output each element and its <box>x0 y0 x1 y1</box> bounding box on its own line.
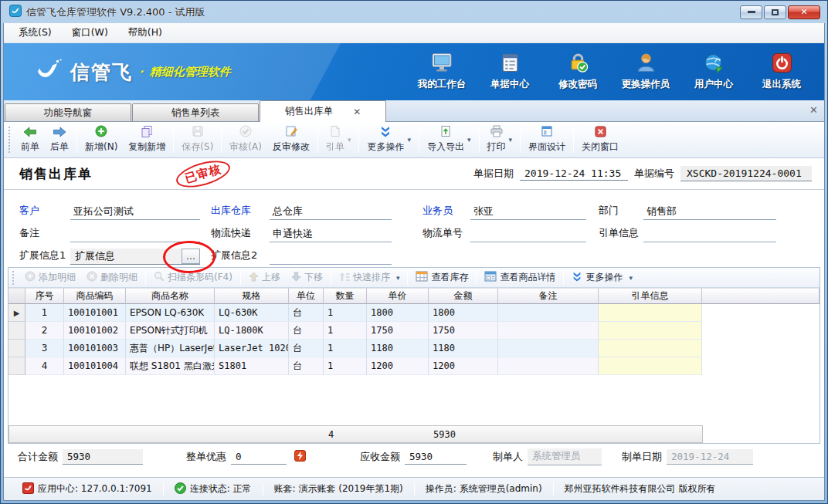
field-input-扩展信息1[interactable]: 扩展信息… <box>70 249 200 265</box>
toolbar-button-更多操作[interactable]: 更多操作▾ <box>361 124 416 156</box>
toolbar-button-label: 反审修改 <box>273 140 310 154</box>
grid-header-数量[interactable]: 数量 <box>324 288 367 304</box>
toolbar-separator <box>331 271 331 285</box>
cell-单价: 1800 <box>367 304 429 322</box>
field-input-扩展信息2[interactable] <box>270 249 392 265</box>
main-toolbar: 前单后单新增(N)复制新增保存(S)审核(A)反审修改引单▾更多操作▾导入导出▾… <box>4 122 824 158</box>
grid-header-商品编码[interactable]: 商品编码 <box>64 288 126 304</box>
toolbar-button-关闭窗口[interactable]: 关闭窗口 <box>576 124 624 156</box>
toolbar-button-查看商品详情[interactable]: 查看商品详情 <box>479 269 561 286</box>
toolbar-button-新增(N)[interactable]: 新增(N) <box>80 124 123 156</box>
grid-empty-area <box>8 375 820 425</box>
detail-panel: 添加明细删除明细扫描条形码(F4)上移下移快速排序▾查看库存查看商品详情更多操作… <box>8 267 820 444</box>
toolbar-button-label: 关闭窗口 <box>582 140 619 154</box>
grid-header-单价[interactable]: 单价 <box>367 288 429 304</box>
view-stock-icon <box>416 271 428 284</box>
banner-action-退出系统[interactable]: 退出系统 <box>750 49 813 94</box>
tab-销售单列表[interactable]: 销售单列表 <box>132 103 259 121</box>
toolbar-button-查看库存[interactable]: 查看库存 <box>410 269 473 286</box>
field-input-物流单号[interactable] <box>470 226 586 242</box>
toolbar-button-label: 打印 <box>487 140 506 154</box>
doc-date-field[interactable]: 2019-12-24 11:35 <box>520 167 628 181</box>
row-selector-cell <box>8 340 25 357</box>
table-row[interactable]: 3100101003惠普（HP）LaserJetLaserJet 1020台11… <box>8 340 820 357</box>
tab-销售出库单[interactable]: 销售出库单✕ <box>260 100 386 122</box>
toolbar-button-label: 复制新增 <box>128 140 165 154</box>
dropdown-caret-icon[interactable]: ▾ <box>348 136 351 144</box>
toolbar-button-界面设计[interactable]: 界面设计 <box>523 124 571 156</box>
menu-item-2[interactable]: 帮助(H) <box>120 24 171 42</box>
detail-toolbar-grip[interactable] <box>12 271 15 285</box>
toolbar-button-后单[interactable]: 后单 <box>45 124 74 156</box>
banner-action-修改密码[interactable]: 修改密码 <box>546 49 609 94</box>
table-row[interactable]: 4100101004联想 S1801 黑白激光S1801台112001200 <box>8 357 820 375</box>
minimize-button[interactable] <box>740 5 762 19</box>
ui-design-icon <box>541 125 553 140</box>
banner-action-我的工作台[interactable]: 我的工作台 <box>410 49 473 94</box>
field-input-出库仓库[interactable]: 总仓库 <box>270 204 392 220</box>
row-selector-cell <box>8 322 25 340</box>
restore-button[interactable] <box>764 5 786 19</box>
tab-close-icon[interactable]: ✕ <box>353 107 361 117</box>
cell-数量: 1 <box>324 322 367 340</box>
field-input-客户[interactable]: 亚拓公司测试 <box>70 204 200 220</box>
table-row[interactable]: 2100101002EPSON针式打印机LQ-1800K台117501750 <box>8 322 820 340</box>
footer-input-应收金额[interactable]: 5930 <box>405 449 467 465</box>
dropdown-caret-icon[interactable]: ▾ <box>407 136 411 144</box>
grid-header: 序号商品编码商品名称规格单位数量单价金额备注引单信息 <box>8 288 820 304</box>
cell-序号: 4 <box>25 357 64 375</box>
toolbar-button-前单[interactable]: 前单 <box>15 124 45 156</box>
toolbar-button-复制新增[interactable]: 复制新增 <box>123 124 171 156</box>
toolbar-button-反审修改[interactable]: 反审修改 <box>267 124 315 156</box>
ext-info1-ellipsis-button[interactable]: … <box>182 249 200 264</box>
dropdown-caret-icon[interactable]: ▾ <box>509 136 513 144</box>
discount-icon[interactable] <box>294 450 306 465</box>
banner-action-label: 单据中心 <box>490 78 529 91</box>
form-row-2: 扩展信息1扩展信息…扩展信息2 <box>19 242 824 265</box>
grid-summary-row: 45930 <box>8 425 703 443</box>
field-label-出库仓库: 出库仓库 <box>211 204 270 220</box>
dropdown-caret-icon[interactable]: ▾ <box>629 274 633 282</box>
toolbar-button-label: 扫描条形码(F4) <box>168 271 232 284</box>
cell-金额: 1200 <box>429 357 498 375</box>
brand-dot: · <box>139 65 144 79</box>
field-input-引单信息[interactable] <box>643 226 776 242</box>
footer-input-合计金额[interactable]: 5930 <box>63 449 143 465</box>
field-input-部门[interactable]: 销售部 <box>643 204 776 220</box>
banner-action-用户中心[interactable]: 用户中心 <box>682 49 745 94</box>
toolbar-button-label: 删除明细 <box>100 271 137 284</box>
field-input-业务员[interactable]: 张亚 <box>470 204 586 220</box>
grid-header-商品名称[interactable]: 商品名称 <box>126 288 215 304</box>
cell-序号: 2 <box>25 322 64 340</box>
table-row[interactable]: ▶1100101001EPSON LQ-630KLQ-630K台11800180… <box>8 304 820 322</box>
field-input-物流快递[interactable]: 申通快递 <box>270 226 392 242</box>
tabstrip-close-icon[interactable]: ✕ <box>809 104 818 116</box>
close-button[interactable]: ✕ <box>788 5 820 19</box>
field-label-物流单号: 物流单号 <box>422 226 470 242</box>
tab-功能导航窗[interactable]: 功能导航窗 <box>5 103 131 121</box>
dropdown-caret-icon[interactable]: ▾ <box>396 274 400 282</box>
grid-header-序号[interactable]: 序号 <box>25 288 64 304</box>
toolbar-grip[interactable] <box>8 127 12 153</box>
banner-action-单据中心[interactable]: 单据中心 <box>478 49 541 94</box>
footer-input-整单优惠[interactable]: 0 <box>231 449 287 465</box>
toolbar-button-导入导出[interactable]: 导入导出▾ <box>422 124 477 156</box>
field-label-引单信息: 引单信息 <box>599 226 643 242</box>
menu-item-0[interactable]: 系统(S) <box>10 24 60 42</box>
dropdown-caret-icon[interactable]: ▾ <box>467 136 471 144</box>
cell-引单信息 <box>599 322 702 340</box>
toolbar-button-打印[interactable]: 打印▾ <box>482 124 518 156</box>
form-row-1: 备注物流快递申通快递物流单号引单信息 <box>19 220 824 242</box>
toolbar-button-更多操作[interactable]: 更多操作▾ <box>566 269 638 286</box>
cell-规格: S1801 <box>215 357 289 375</box>
grid-header-金额[interactable]: 金额 <box>429 288 498 304</box>
toolbar-separator <box>520 127 521 153</box>
grid-header-备注[interactable]: 备注 <box>498 288 599 304</box>
grid-header-规格[interactable]: 规格 <box>215 288 289 304</box>
banner-action-更换操作员[interactable]: 更换操作员 <box>614 49 677 94</box>
field-input-备注[interactable] <box>70 226 200 242</box>
cell-数量: 1 <box>324 340 367 357</box>
grid-header-单位[interactable]: 单位 <box>289 288 324 304</box>
menu-item-1[interactable]: 窗口(W) <box>63 24 117 42</box>
grid-header-引单信息[interactable]: 引单信息 <box>599 288 702 304</box>
